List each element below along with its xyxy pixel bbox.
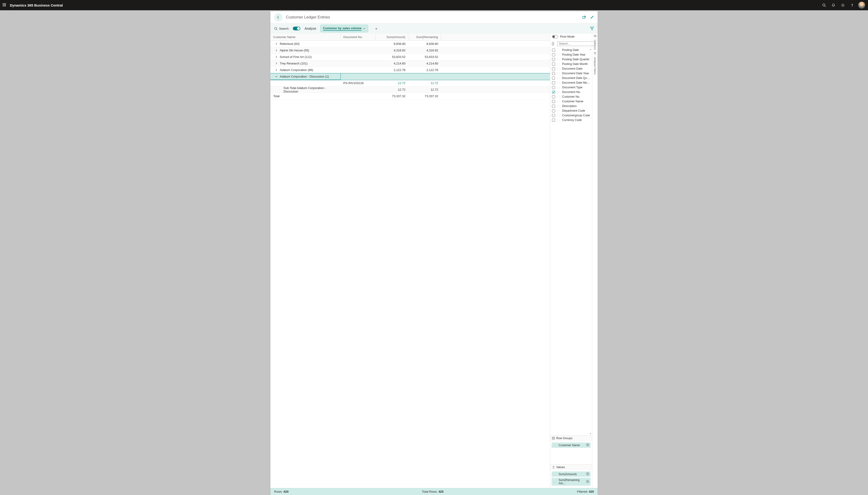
drag-handle-icon[interactable]: ⋮⋮	[556, 114, 561, 117]
chevron-right-icon[interactable]	[274, 42, 278, 46]
chevron-right-icon[interactable]	[274, 49, 278, 52]
field-checkbox[interactable]	[552, 67, 555, 70]
field-item[interactable]: ⋮⋮Document Type	[550, 85, 592, 90]
field-item[interactable]: ⋮⋮Customer Name	[550, 99, 592, 104]
chevron-down-icon[interactable]	[274, 75, 278, 78]
drag-handle-icon[interactable]: ⋮⋮	[556, 91, 561, 93]
table-row[interactable]: Adatum Corporation (68)2,122.762,122.76	[270, 67, 550, 73]
remove-icon[interactable]: ⓧ	[586, 443, 589, 447]
field-item[interactable]: ⋮⋮Customer No.	[550, 95, 592, 99]
field-list[interactable]: ▲ ▼ ⋮⋮Posting Date⋮⋮Posting Date Year⋮⋮P…	[550, 48, 592, 436]
columns-rail-icon[interactable]	[594, 35, 597, 37]
field-checkbox[interactable]	[552, 63, 555, 66]
field-checkbox[interactable]	[552, 95, 555, 98]
back-button[interactable]	[274, 13, 283, 21]
field-item[interactable]: ⋮⋮Document Date Month	[550, 80, 592, 85]
filters-rail-icon[interactable]	[594, 52, 597, 55]
open-new-window-icon[interactable]	[582, 15, 586, 19]
table-row[interactable]: Relecloud (83)8,836.808,836.80	[270, 41, 550, 47]
chevron-right-icon[interactable]	[274, 62, 278, 65]
field-checkbox[interactable]	[552, 76, 555, 80]
drag-handle-icon[interactable]: ⋮⋮	[556, 58, 561, 61]
settings-icon[interactable]	[838, 0, 848, 10]
field-item[interactable]: ⋮⋮Posting Date Quarter	[550, 57, 592, 62]
field-checkbox[interactable]	[552, 91, 555, 94]
column-header-customer-name[interactable]: Customer Name	[270, 34, 340, 40]
field-checkbox[interactable]	[552, 109, 555, 113]
app-launcher-icon[interactable]	[3, 3, 6, 7]
search-button[interactable]: Search	[274, 27, 289, 30]
table-row[interactable]: Sub Total Adatum Corporation - Discussio…	[270, 86, 550, 93]
drag-handle-icon[interactable]: ⋮⋮	[553, 480, 557, 483]
collapse-icon[interactable]	[590, 15, 594, 19]
drag-handle-icon[interactable]: ⋮⋮	[556, 119, 561, 121]
field-item[interactable]: ⋮⋮Document No.	[550, 90, 592, 95]
remove-icon[interactable]: ⓧ	[586, 480, 589, 484]
table-row[interactable]: Alpine Ski House (55)4,316.924,316.92	[270, 47, 550, 54]
field-checkbox[interactable]	[552, 81, 555, 84]
remove-icon[interactable]: ⓧ	[586, 472, 589, 476]
filter-icon[interactable]	[590, 27, 594, 30]
field-item[interactable]: ⋮⋮Posting Date Year	[550, 52, 592, 57]
field-item[interactable]: ⋮⋮Posting Date	[550, 48, 592, 52]
drag-handle-icon[interactable]: ⋮⋮	[556, 53, 561, 56]
column-header-document-no[interactable]: Document No.	[340, 34, 375, 40]
field-checkbox[interactable]	[552, 100, 555, 103]
table-row[interactable]: Total73,337.3273,337.32	[270, 93, 550, 100]
field-item[interactable]: ⋮⋮Department Code	[550, 108, 592, 113]
user-avatar[interactable]	[858, 2, 865, 8]
field-item[interactable]: ⋮⋮Currency Code	[550, 118, 592, 122]
drag-handle-icon[interactable]: ⋮⋮	[556, 68, 561, 70]
column-header-sum-amount[interactable]: Sum(Amount)	[375, 34, 408, 40]
field-item[interactable]: ⋮⋮Posting Date Month	[550, 62, 592, 66]
chevron-right-icon[interactable]	[274, 68, 278, 72]
drag-handle-icon[interactable]: ⋮⋮	[556, 77, 561, 80]
add-tab-button[interactable]: ＋	[372, 26, 380, 31]
table-row[interactable]: Trey Research (101)4,214.604,214.60	[270, 60, 550, 67]
drag-handle-icon[interactable]: ⋮⋮	[556, 96, 561, 98]
drag-handle-icon[interactable]: ⋮⋮	[556, 109, 561, 112]
drag-handle-icon[interactable]: ⋮⋮	[556, 86, 561, 89]
field-item[interactable]: ⋮⋮Document Date Year	[550, 71, 592, 76]
notifications-icon[interactable]	[829, 0, 838, 10]
field-checkbox[interactable]	[552, 119, 555, 122]
value-pill[interactable]: ⋮⋮Sum(Remaining Am...ⓧ	[552, 478, 590, 486]
table-row[interactable]: School of Fine Art (112)53,833.5253,833.…	[270, 54, 550, 60]
field-item[interactable]: ⋮⋮Document Date Quar...	[550, 76, 592, 80]
analyse-toggle[interactable]	[293, 27, 300, 30]
drag-handle-icon[interactable]: ⋮⋮	[556, 82, 561, 84]
drag-handle-icon[interactable]: ⋮⋮	[553, 444, 557, 446]
columns-rail-tab[interactable]: Columns	[593, 38, 597, 51]
table-row[interactable]: PS-INV10321812.7212.72	[270, 80, 550, 86]
drag-handle-icon[interactable]: ⋮⋮	[553, 473, 557, 475]
field-checkbox[interactable]	[552, 49, 555, 52]
field-item[interactable]: ⋮⋮Customergroup Code	[550, 113, 592, 118]
table-row[interactable]: Adatum Corporation - Discussion (1)	[270, 73, 550, 80]
scroll-down-icon[interactable]: ▼	[589, 433, 591, 435]
field-checkbox[interactable]	[552, 53, 555, 56]
pivot-mode-toggle[interactable]	[552, 35, 558, 38]
field-checkbox[interactable]	[552, 86, 555, 89]
search-icon[interactable]	[819, 0, 829, 10]
field-checkbox[interactable]	[552, 105, 555, 108]
chevron-down-icon[interactable]	[363, 27, 366, 30]
drag-handle-icon[interactable]: ⋮⋮	[556, 105, 561, 107]
field-search-input[interactable]	[557, 41, 596, 46]
scroll-up-icon[interactable]: ▲	[589, 48, 591, 50]
drag-handle-icon[interactable]: ⋮⋮	[556, 63, 561, 65]
analysis-tab[interactable]: Customer by sales volume	[320, 25, 368, 32]
cell-amount[interactable]: 12.72	[375, 80, 408, 86]
drag-handle-icon[interactable]: ⋮⋮	[556, 72, 561, 75]
cell-remaining[interactable]: 12.72	[408, 80, 441, 86]
collapse-all-button[interactable]: −	[552, 42, 554, 45]
help-icon[interactable]	[848, 0, 857, 10]
drag-handle-icon[interactable]: ⋮⋮	[556, 100, 561, 103]
field-item[interactable]: ⋮⋮Description	[550, 104, 592, 108]
field-item[interactable]: ⋮⋮Document Date	[550, 66, 592, 71]
filters-rail-tab[interactable]: Analysis Filters	[593, 56, 597, 76]
field-checkbox[interactable]	[552, 58, 555, 61]
chevron-right-icon[interactable]	[274, 55, 278, 58]
field-checkbox[interactable]	[552, 72, 555, 75]
field-checkbox[interactable]	[552, 114, 555, 117]
column-header-sum-remaining[interactable]: Sum(Remaining	[408, 34, 441, 40]
